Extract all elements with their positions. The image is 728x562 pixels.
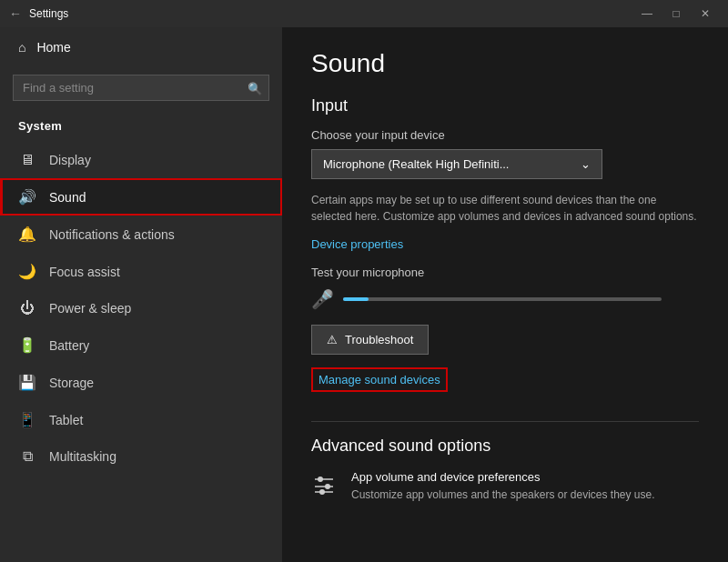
titlebar: ← Settings — □ ✕ [0,0,728,27]
test-mic-label: Test your microphone [311,266,699,279]
search-icon: 🔍 [248,81,262,95]
sidebar-item-home[interactable]: ⌂ Home [0,27,282,67]
page-title: Sound [311,49,699,78]
mic-level-fill [343,297,369,301]
device-properties-link[interactable]: Device properties [311,237,403,251]
main-container: ⌂ Home 🔍 System 🖥 Display 🔊 Sound 🔔 Noti… [0,27,728,562]
close-button[interactable]: ✕ [692,5,719,23]
sidebar-item-label: Power & sleep [49,301,131,316]
storage-icon: 💾 [18,374,36,391]
sidebar-item-label: Storage [49,376,94,390]
sidebar-item-label: Focus assist [49,265,120,279]
back-button[interactable]: ← [9,6,22,21]
sidebar-item-label: Notifications & actions [49,227,175,242]
advanced-sound-item: App volume and device preferences Custom… [311,470,699,503]
advanced-section-title: Advanced sound options [311,437,699,456]
microphone-icon: 🎤 [311,288,334,310]
sidebar-item-display[interactable]: 🖥 Display [0,142,282,178]
sidebar-item-notifications[interactable]: 🔔 Notifications & actions [0,216,282,253]
dropdown-value: Microphone (Realtek High Definiti... [323,157,509,171]
choose-device-label: Choose your input device [311,128,699,142]
mic-test-row: 🎤 [311,288,699,310]
manage-devices-link[interactable]: Manage sound devices [311,367,448,392]
home-icon: ⌂ [18,40,25,55]
sidebar-home-label: Home [36,40,70,55]
mic-level-bar [343,297,662,301]
advanced-item-title[interactable]: App volume and device preferences [351,470,655,484]
maximize-button[interactable]: □ [662,5,690,23]
input-description: Certain apps may be set up to use differ… [311,192,699,225]
troubleshoot-label: Troubleshoot [345,333,413,346]
sidebar-section-title: System [0,112,282,142]
sidebar-item-label: Display [49,153,91,167]
sidebar-item-multitasking[interactable]: ⧉ Multitasking [0,438,282,475]
svg-point-1 [318,477,323,482]
focus-icon: 🌙 [18,263,36,280]
troubleshoot-button[interactable]: ⚠ Troubleshoot [311,325,429,355]
app-volume-icon [311,472,337,503]
sidebar-item-focus[interactable]: 🌙 Focus assist [0,253,282,290]
titlebar-title: Settings [29,7,68,20]
sidebar-item-battery[interactable]: 🔋 Battery [0,326,282,364]
sidebar-item-tablet[interactable]: 📱 Tablet [0,401,282,438]
display-icon: 🖥 [18,152,36,168]
titlebar-controls: — □ ✕ [633,5,719,23]
chevron-down-icon: ⌄ [581,157,591,171]
sidebar-item-storage[interactable]: 💾 Storage [0,364,282,401]
sidebar-search: 🔍 [13,75,269,101]
sidebar-item-label: Multitasking [49,449,116,464]
sidebar-item-label: Battery [49,338,89,353]
multitasking-icon: ⧉ [18,448,36,465]
battery-icon: 🔋 [18,336,36,354]
tablet-icon: 📱 [18,411,36,428]
sound-icon: 🔊 [18,188,36,206]
advanced-item-description: Customize app volumes and the speakers o… [351,487,655,503]
svg-point-3 [325,484,330,489]
warning-icon: ⚠ [327,333,338,346]
divider [311,421,699,422]
sidebar: ⌂ Home 🔍 System 🖥 Display 🔊 Sound 🔔 Noti… [0,27,282,562]
sidebar-item-label: Tablet [49,413,83,427]
input-device-dropdown[interactable]: Microphone (Realtek High Definiti... ⌄ [311,149,602,179]
sidebar-item-sound[interactable]: 🔊 Sound [0,178,282,216]
power-icon: ⏻ [18,300,36,316]
sidebar-item-label: Sound [49,190,86,205]
content-area: Sound Input Choose your input device Mic… [282,27,728,562]
search-input[interactable] [13,75,269,101]
notifications-icon: 🔔 [18,226,36,243]
svg-point-5 [319,489,325,495]
input-section-title: Input [311,96,699,115]
advanced-item-text: App volume and device preferences Custom… [351,470,655,503]
minimize-button[interactable]: — [633,5,661,23]
sidebar-item-power[interactable]: ⏻ Power & sleep [0,290,282,326]
